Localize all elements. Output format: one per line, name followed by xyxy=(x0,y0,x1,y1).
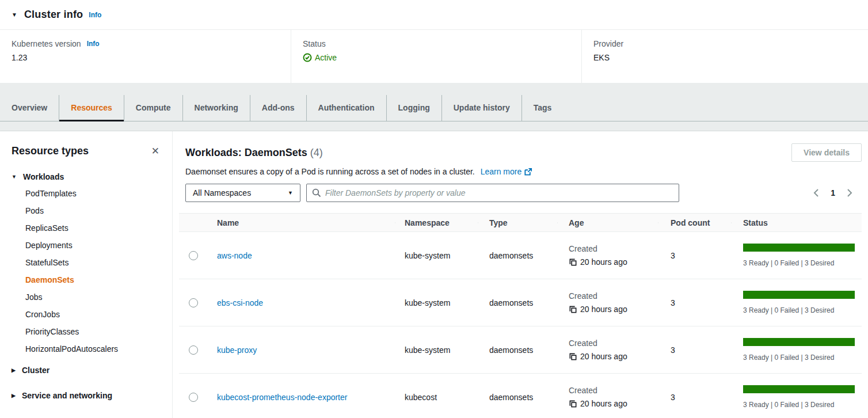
sidebar-item-podtemplates[interactable]: PodTemplates xyxy=(25,185,161,202)
resource-types-tree: ▼ Workloads PodTemplates Pods ReplicaSet… xyxy=(12,172,161,400)
sidebar-item-daemonsets[interactable]: DaemonSets xyxy=(25,271,161,288)
kubernetes-version-column: Kubernetes version Info 1.23 xyxy=(0,30,291,83)
tab-bar: Overview Resources Compute Networking Ad… xyxy=(0,95,868,121)
type-cell: daemonsets xyxy=(478,393,557,402)
description-text: Daemonset ensures a copy of a Pod is run… xyxy=(185,167,475,176)
status-check-icon xyxy=(303,53,312,62)
status-cell: 3 Ready | 0 Failed | 3 Desired xyxy=(731,244,862,267)
sidebar-item-priorityclasses[interactable]: PriorityClasses xyxy=(25,323,161,340)
page-number[interactable]: 1 xyxy=(831,188,835,197)
type-cell: daemonsets xyxy=(478,251,557,260)
tab-update-history[interactable]: Update history xyxy=(441,95,521,121)
age-created-label: Created xyxy=(569,386,658,395)
cluster-info-title: Cluster info xyxy=(24,9,83,21)
filter-box xyxy=(306,184,679,202)
status-cell: 3 Ready | 0 Failed | 3 Desired xyxy=(731,338,862,362)
sidebar-item-pods[interactable]: Pods xyxy=(25,202,161,219)
row-radio-button[interactable] xyxy=(189,345,198,355)
learn-more-label: Learn more xyxy=(481,167,522,176)
namespace-select[interactable]: All Namespaces ▼ xyxy=(185,184,300,202)
table-header-row: Name Namespace Type Age Pod count Status xyxy=(179,213,862,232)
cluster-info-info-link[interactable]: Info xyxy=(89,11,101,19)
kubernetes-version-value: 1.23 xyxy=(12,53,279,62)
filter-input[interactable] xyxy=(325,188,673,197)
sidebar-item-horizontalpodautoscalers[interactable]: HorizontalPodAutoscalers xyxy=(25,340,161,358)
resources-card: Resource types ✕ ▼ Workloads PodTemplate… xyxy=(0,131,868,418)
next-page-icon[interactable] xyxy=(844,187,855,199)
copy-icon[interactable] xyxy=(569,258,577,267)
tab-tags[interactable]: Tags xyxy=(521,95,564,121)
provider-value: EKS xyxy=(593,53,856,62)
tab-authentication[interactable]: Authentication xyxy=(306,95,386,121)
kubernetes-version-info-link[interactable]: Info xyxy=(87,40,100,48)
daemonset-name-link[interactable]: kubecost-prometheus-node-exporter xyxy=(217,393,347,402)
sidebar-item-statefulsets[interactable]: StatefulSets xyxy=(25,254,161,271)
pod-count-cell: 3 xyxy=(658,345,731,355)
column-header-name: Name xyxy=(207,218,395,227)
external-link-icon xyxy=(524,168,532,176)
tab-logging[interactable]: Logging xyxy=(386,95,441,121)
daemonset-description: Daemonset ensures a copy of a Pod is run… xyxy=(179,167,862,176)
view-details-button[interactable]: View details xyxy=(791,143,862,162)
tab-add-ons[interactable]: Add-ons xyxy=(250,95,306,121)
copy-icon[interactable] xyxy=(569,400,577,408)
sidebar-item-replicasets[interactable]: ReplicaSets xyxy=(25,219,161,237)
age-cell: Created 20 hours ago xyxy=(557,291,658,314)
row-radio-button[interactable] xyxy=(189,393,198,402)
copy-icon[interactable] xyxy=(569,305,577,314)
column-header-type: Type xyxy=(478,218,557,227)
sidebar-section-workloads[interactable]: ▼ Workloads xyxy=(12,172,161,181)
column-header-age: Age xyxy=(557,218,658,227)
resource-types-heading: Resource types xyxy=(12,145,89,157)
sidebar-item-jobs[interactable]: Jobs xyxy=(25,288,161,306)
tab-networking[interactable]: Networking xyxy=(182,95,250,121)
status-progress-bar xyxy=(743,244,855,252)
tab-overview[interactable]: Overview xyxy=(0,95,59,121)
status-column: Status Active xyxy=(291,30,581,83)
page-title-text: Workloads: DaemonSets xyxy=(185,147,307,158)
previous-page-icon[interactable] xyxy=(811,187,821,199)
status-value: Active xyxy=(315,53,337,62)
age-value: 20 hours ago xyxy=(580,352,627,361)
daemonsets-table: Name Namespace Type Age Pod count Status… xyxy=(179,213,862,418)
close-icon[interactable]: ✕ xyxy=(150,145,161,157)
row-radio-button[interactable] xyxy=(189,298,198,307)
age-created-label: Created xyxy=(569,244,658,253)
status-cell: 3 Ready | 0 Failed | 3 Desired xyxy=(731,291,862,314)
table-row: kube-proxy kube-system daemonsets Create… xyxy=(179,326,862,374)
namespace-cell: kube-system xyxy=(395,298,478,307)
sidebar-item-deployments[interactable]: Deployments xyxy=(25,237,161,254)
copy-icon[interactable] xyxy=(569,352,577,361)
search-icon xyxy=(312,188,321,197)
namespace-cell: kube-system xyxy=(395,251,478,260)
table-row: ebs-csi-node kube-system daemonsets Crea… xyxy=(179,279,862,326)
status-cell: 3 Ready | 0 Failed | 3 Desired xyxy=(731,385,862,409)
daemonset-name-link[interactable]: kube-proxy xyxy=(217,345,257,355)
triangle-right-icon: ▶ xyxy=(12,393,16,398)
namespace-select-value: All Namespaces xyxy=(193,188,251,197)
status-progress-bar xyxy=(743,291,855,299)
sidebar-item-cronjobs[interactable]: CronJobs xyxy=(25,306,161,323)
sidebar-section-cluster[interactable]: ▶ Cluster xyxy=(12,366,161,375)
age-created-label: Created xyxy=(569,291,658,301)
daemonset-name-link[interactable]: ebs-csi-node xyxy=(217,298,263,307)
row-radio-button[interactable] xyxy=(189,251,198,260)
learn-more-link[interactable]: Learn more xyxy=(481,167,533,176)
provider-label: Provider xyxy=(593,39,623,48)
tab-resources[interactable]: Resources xyxy=(59,95,124,121)
page-title: Workloads: DaemonSets (4) xyxy=(185,147,323,159)
service-networking-section-label: Service and networking xyxy=(22,391,112,400)
daemonset-name-link[interactable]: aws-node xyxy=(217,251,252,260)
pod-count-cell: 3 xyxy=(658,393,731,402)
namespace-cell: kubecost xyxy=(395,393,478,402)
triangle-right-icon: ▶ xyxy=(12,367,16,373)
status-progress-bar xyxy=(743,338,855,346)
tab-compute[interactable]: Compute xyxy=(124,95,182,121)
namespace-cell: kube-system xyxy=(395,345,478,355)
kubernetes-version-label: Kubernetes version xyxy=(12,39,81,48)
sidebar-section-service-networking[interactable]: ▶ Service and networking xyxy=(12,391,161,400)
status-summary: 3 Ready | 0 Failed | 3 Desired xyxy=(743,306,855,314)
collapse-triangle-icon[interactable]: ▼ xyxy=(12,12,17,18)
status-summary: 3 Ready | 0 Failed | 3 Desired xyxy=(743,259,855,267)
pod-count-cell: 3 xyxy=(658,298,731,307)
